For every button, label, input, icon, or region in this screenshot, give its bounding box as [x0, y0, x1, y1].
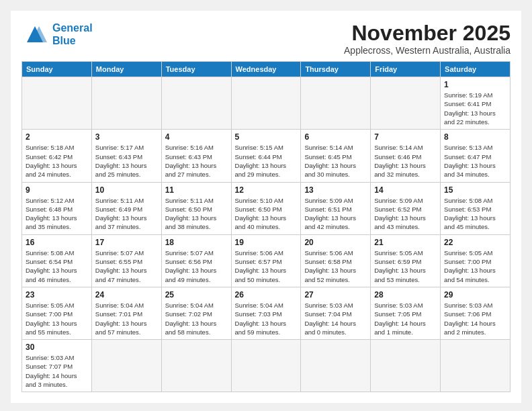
day-number: 6: [304, 132, 367, 142]
table-row: 24Sunrise: 5:04 AM Sunset: 7:01 PM Dayli…: [91, 287, 161, 339]
day-info: Sunrise: 5:04 AM Sunset: 7:03 PM Dayligh…: [235, 301, 298, 336]
day-number: 29: [444, 290, 506, 300]
day-number: 8: [444, 132, 506, 142]
day-info: Sunrise: 5:04 AM Sunset: 7:01 PM Dayligh…: [95, 301, 158, 336]
table-row: 17Sunrise: 5:07 AM Sunset: 6:55 PM Dayli…: [91, 234, 161, 287]
table-row: 13Sunrise: 5:09 AM Sunset: 6:51 PM Dayli…: [301, 182, 371, 234]
day-info: Sunrise: 5:03 AM Sunset: 7:07 PM Dayligh…: [26, 353, 88, 389]
day-info: Sunrise: 5:19 AM Sunset: 6:41 PM Dayligh…: [444, 91, 506, 126]
table-row: 12Sunrise: 5:10 AM Sunset: 6:50 PM Dayli…: [231, 182, 301, 234]
table-row: 29Sunrise: 5:03 AM Sunset: 7:06 PM Dayli…: [441, 287, 511, 339]
day-number: 5: [235, 132, 298, 142]
table-row: [231, 77, 301, 130]
day-number: 3: [95, 132, 158, 142]
day-number: 10: [95, 185, 158, 195]
table-row: 3Sunrise: 5:17 AM Sunset: 6:43 PM Daylig…: [91, 130, 161, 182]
table-row: 4Sunrise: 5:16 AM Sunset: 6:43 PM Daylig…: [161, 130, 231, 182]
day-info: Sunrise: 5:07 AM Sunset: 6:55 PM Dayligh…: [95, 248, 158, 284]
day-number: 19: [235, 238, 298, 247]
header-friday: Friday: [371, 62, 441, 77]
day-number: 16: [26, 238, 88, 247]
table-row: 1Sunrise: 5:19 AM Sunset: 6:41 PM Daylig…: [441, 77, 511, 130]
day-info: Sunrise: 5:15 AM Sunset: 6:44 PM Dayligh…: [235, 143, 298, 179]
logo-general: General: [52, 22, 93, 34]
day-info: Sunrise: 5:14 AM Sunset: 6:45 PM Dayligh…: [304, 143, 367, 179]
day-info: Sunrise: 5:03 AM Sunset: 7:05 PM Dayligh…: [374, 301, 437, 336]
day-number: 28: [374, 290, 437, 300]
calendar-header: Sunday Monday Tuesday Wednesday Thursday…: [22, 62, 511, 77]
table-row: 2Sunrise: 5:18 AM Sunset: 6:42 PM Daylig…: [22, 130, 92, 182]
table-row: [161, 340, 231, 392]
calendar-table: Sunday Monday Tuesday Wednesday Thursday…: [21, 61, 511, 392]
table-row: 23Sunrise: 5:05 AM Sunset: 7:00 PM Dayli…: [22, 287, 92, 339]
header: General Blue November 2025 Applecross, W…: [21, 21, 511, 56]
day-info: Sunrise: 5:13 AM Sunset: 6:47 PM Dayligh…: [444, 143, 506, 179]
day-number: 13: [304, 185, 367, 195]
day-info: Sunrise: 5:05 AM Sunset: 7:00 PM Dayligh…: [444, 248, 506, 284]
logo-blue: Blue: [52, 35, 76, 46]
day-info: Sunrise: 5:04 AM Sunset: 7:02 PM Dayligh…: [165, 301, 228, 336]
table-row: 21Sunrise: 5:05 AM Sunset: 6:59 PM Dayli…: [371, 234, 441, 287]
day-info: Sunrise: 5:14 AM Sunset: 6:46 PM Dayligh…: [374, 143, 437, 179]
day-info: Sunrise: 5:06 AM Sunset: 6:57 PM Dayligh…: [235, 248, 298, 284]
table-row: 20Sunrise: 5:06 AM Sunset: 6:58 PM Dayli…: [301, 234, 371, 287]
day-number: 18: [165, 238, 228, 247]
table-row: 8Sunrise: 5:13 AM Sunset: 6:47 PM Daylig…: [441, 130, 511, 182]
logo: General Blue: [21, 21, 93, 47]
day-number: 2: [26, 132, 88, 142]
table-row: 22Sunrise: 5:05 AM Sunset: 7:00 PM Dayli…: [441, 234, 511, 287]
header-sunday: Sunday: [22, 62, 92, 77]
table-row: 28Sunrise: 5:03 AM Sunset: 7:05 PM Dayli…: [371, 287, 441, 339]
day-number: 24: [95, 290, 158, 300]
table-row: 14Sunrise: 5:09 AM Sunset: 6:52 PM Dayli…: [371, 182, 441, 234]
table-row: [441, 340, 511, 392]
weekday-row: Sunday Monday Tuesday Wednesday Thursday…: [22, 62, 511, 77]
table-row: [22, 77, 92, 130]
day-number: 4: [165, 132, 228, 142]
table-row: 10Sunrise: 5:11 AM Sunset: 6:49 PM Dayli…: [91, 182, 161, 234]
day-number: 17: [95, 238, 158, 247]
day-info: Sunrise: 5:08 AM Sunset: 6:54 PM Dayligh…: [26, 248, 88, 284]
table-row: 18Sunrise: 5:07 AM Sunset: 6:56 PM Dayli…: [161, 234, 231, 287]
day-info: Sunrise: 5:05 AM Sunset: 6:59 PM Dayligh…: [374, 248, 437, 284]
day-info: Sunrise: 5:08 AM Sunset: 6:53 PM Dayligh…: [444, 196, 506, 232]
table-row: [371, 77, 441, 130]
day-number: 7: [374, 132, 437, 142]
day-number: 27: [304, 290, 367, 300]
day-info: Sunrise: 5:03 AM Sunset: 7:04 PM Dayligh…: [304, 301, 367, 336]
day-info: Sunrise: 5:10 AM Sunset: 6:50 PM Dayligh…: [235, 196, 298, 232]
day-info: Sunrise: 5:09 AM Sunset: 6:52 PM Dayligh…: [374, 196, 437, 232]
day-number: 9: [26, 185, 88, 195]
header-thursday: Thursday: [301, 62, 371, 77]
logo-text: General Blue: [52, 21, 93, 47]
day-number: 23: [26, 290, 88, 300]
day-info: Sunrise: 5:05 AM Sunset: 7:00 PM Dayligh…: [26, 301, 88, 336]
day-info: Sunrise: 5:18 AM Sunset: 6:42 PM Dayligh…: [26, 143, 88, 179]
day-number: 30: [26, 342, 88, 352]
table-row: 19Sunrise: 5:06 AM Sunset: 6:57 PM Dayli…: [231, 234, 301, 287]
day-info: Sunrise: 5:12 AM Sunset: 6:48 PM Dayligh…: [26, 196, 88, 232]
table-row: 5Sunrise: 5:15 AM Sunset: 6:44 PM Daylig…: [231, 130, 301, 182]
header-monday: Monday: [91, 62, 161, 77]
calendar-body: 1Sunrise: 5:19 AM Sunset: 6:41 PM Daylig…: [22, 77, 511, 392]
table-row: [301, 340, 371, 392]
table-row: 11Sunrise: 5:11 AM Sunset: 6:50 PM Dayli…: [161, 182, 231, 234]
day-number: 12: [235, 185, 298, 195]
table-row: 9Sunrise: 5:12 AM Sunset: 6:48 PM Daylig…: [22, 182, 92, 234]
table-row: 30Sunrise: 5:03 AM Sunset: 7:07 PM Dayli…: [22, 340, 92, 392]
day-number: 25: [165, 290, 228, 300]
header-tuesday: Tuesday: [161, 62, 231, 77]
day-info: Sunrise: 5:03 AM Sunset: 7:06 PM Dayligh…: [444, 301, 506, 336]
subtitle: Applecross, Western Australia, Australia: [344, 45, 511, 56]
day-info: Sunrise: 5:11 AM Sunset: 6:49 PM Dayligh…: [95, 196, 158, 232]
day-number: 21: [374, 238, 437, 247]
day-number: 14: [374, 185, 437, 195]
day-info: Sunrise: 5:09 AM Sunset: 6:51 PM Dayligh…: [304, 196, 367, 232]
table-row: [91, 340, 161, 392]
table-row: [161, 77, 231, 130]
table-row: 6Sunrise: 5:14 AM Sunset: 6:45 PM Daylig…: [301, 130, 371, 182]
table-row: [371, 340, 441, 392]
table-row: 26Sunrise: 5:04 AM Sunset: 7:03 PM Dayli…: [231, 287, 301, 339]
table-row: 25Sunrise: 5:04 AM Sunset: 7:02 PM Dayli…: [161, 287, 231, 339]
day-info: Sunrise: 5:17 AM Sunset: 6:43 PM Dayligh…: [95, 143, 158, 179]
